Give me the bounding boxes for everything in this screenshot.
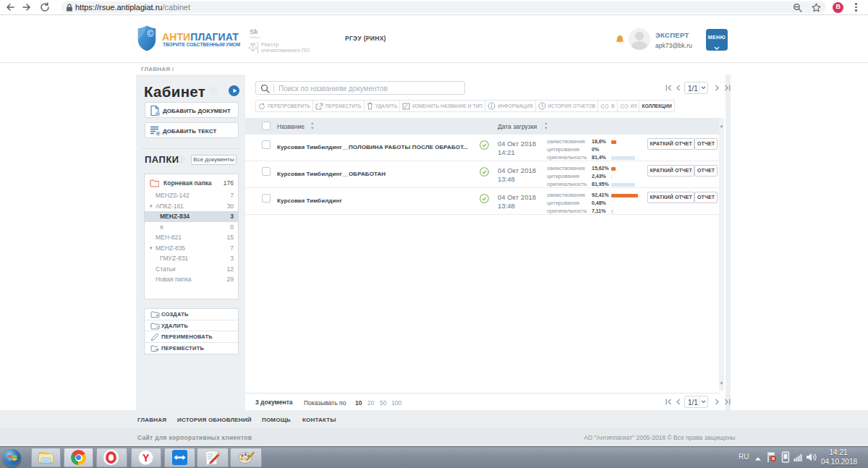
svg-text:©: © — [148, 29, 154, 39]
